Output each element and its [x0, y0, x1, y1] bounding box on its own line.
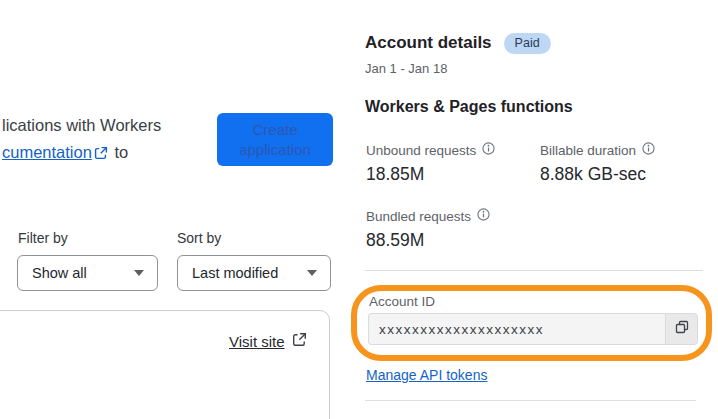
workers-pages-dashboard: lications with Workers cumentation to Cr… — [0, 0, 718, 419]
account-id-group — [368, 313, 698, 345]
info-icon[interactable] — [642, 142, 655, 158]
divider — [365, 270, 703, 271]
account-details-header: Account details Paid — [365, 33, 551, 54]
intro-text: lications with Workers cumentation to — [2, 112, 217, 168]
chevron-down-icon — [307, 270, 317, 276]
stat-label: Bundled requests — [366, 209, 471, 224]
copy-icon — [674, 319, 690, 339]
account-details-title: Account details — [365, 33, 492, 53]
manage-api-tokens-link[interactable]: Manage API tokens — [366, 367, 487, 383]
account-id-input[interactable] — [368, 313, 665, 345]
project-card — [0, 310, 330, 419]
stat-label: Unbound requests — [366, 143, 476, 158]
functions-section-title: Workers & Pages functions — [365, 98, 573, 116]
stat-billable-duration: Billable duration 8.88k GB-sec — [540, 142, 655, 185]
info-icon[interactable] — [477, 208, 490, 224]
stat-unbound-requests: Unbound requests 18.85M — [366, 142, 495, 185]
stat-value: 88.59M — [366, 230, 490, 251]
divider — [365, 400, 696, 401]
visit-site-label: Visit site — [229, 333, 285, 350]
stat-value: 18.85M — [366, 164, 495, 185]
create-application-button[interactable]: Create application — [217, 113, 333, 166]
filter-by-label: Filter by — [18, 230, 68, 246]
visit-site-link[interactable]: Visit site — [229, 332, 307, 350]
sort-select[interactable]: Last modified — [177, 255, 331, 291]
filter-select-value: Show all — [32, 265, 87, 281]
intro-suffix: to — [114, 143, 128, 161]
paid-badge: Paid — [504, 33, 551, 54]
external-link-icon — [94, 141, 108, 168]
sort-select-value: Last modified — [192, 265, 278, 281]
copy-button[interactable] — [665, 313, 698, 345]
date-range: Jan 1 - Jan 18 — [365, 61, 447, 76]
stat-value: 8.88k GB-sec — [540, 164, 655, 185]
stat-bundled-requests: Bundled requests 88.59M — [366, 208, 490, 251]
sort-by-label: Sort by — [177, 230, 221, 246]
info-icon[interactable] — [482, 142, 495, 158]
external-link-icon — [292, 332, 307, 350]
chevron-down-icon — [134, 270, 144, 276]
filter-select[interactable]: Show all — [17, 255, 158, 291]
stat-label: Billable duration — [540, 143, 636, 158]
intro-line1: lications with Workers — [2, 116, 161, 134]
account-id-label: Account ID — [369, 294, 435, 309]
documentation-link[interactable]: cumentation — [2, 143, 92, 161]
